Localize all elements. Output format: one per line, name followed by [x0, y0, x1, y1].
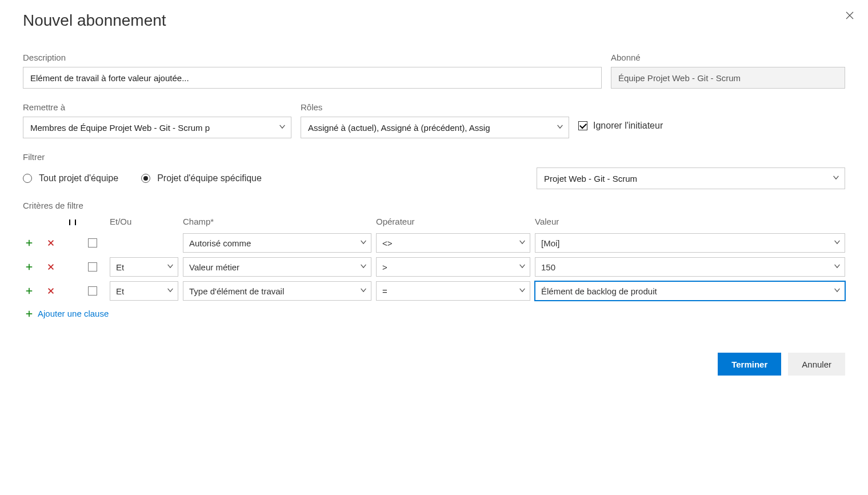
subscriber-label: Abonné [611, 53, 845, 62]
operator-select[interactable]: > [376, 257, 530, 277]
andor-select[interactable]: Et [110, 281, 178, 301]
row-checkbox[interactable] [88, 238, 97, 248]
chevron-down-icon [518, 286, 526, 296]
description-input[interactable]: Elément de travail à forte valeur ajouté… [23, 67, 602, 89]
andor-select[interactable]: Et [110, 257, 178, 277]
filter-specific-radio[interactable]: Projet d'équipe spécifique [141, 173, 262, 183]
remove-row-button[interactable] [45, 237, 57, 249]
add-clause-button[interactable]: Ajouter une clause [25, 309, 845, 318]
value-select[interactable]: Élément de backlog de produit [535, 281, 845, 301]
operator-select[interactable]: <> [376, 233, 530, 253]
field-select[interactable]: Type d'élément de travail [183, 281, 371, 301]
chevron-down-icon [278, 123, 286, 133]
ignore-initiator-label: Ignorer l'initiateur [593, 121, 663, 131]
chevron-down-icon [833, 262, 841, 272]
chevron-down-icon [556, 123, 564, 133]
remove-row-button[interactable] [45, 261, 57, 273]
field-header: Champ* [183, 217, 371, 229]
subscriber-input: Équipe Projet Web - Git - Scrum [611, 67, 845, 89]
chevron-down-icon [359, 286, 367, 296]
chevron-down-icon [359, 238, 367, 248]
row-checkbox[interactable] [88, 286, 97, 296]
ignore-initiator-checkbox[interactable] [578, 121, 587, 130]
dialog-title: Nouvel abonnement [23, 11, 845, 30]
group-clauses-icon [66, 216, 79, 229]
remove-row-button[interactable] [45, 285, 57, 297]
andor-header: Et/Ou [110, 217, 178, 229]
radio-icon [23, 174, 32, 183]
operator-select[interactable]: = [376, 281, 530, 301]
add-row-button[interactable] [23, 285, 35, 297]
deliver-to-label: Remettre à [23, 102, 291, 112]
chevron-down-icon [359, 262, 367, 272]
cancel-button[interactable]: Annuler [788, 353, 845, 376]
description-label: Description [23, 53, 602, 62]
dialog-buttons: Terminer Annuler [23, 353, 845, 376]
chevron-down-icon [833, 238, 841, 248]
radio-icon [141, 174, 150, 183]
field-select[interactable]: Autorisé comme [183, 233, 371, 253]
chevron-down-icon [518, 238, 526, 248]
filter-criteria-grid: Et/Ou Champ* Opérateur Valeur Autorisé c… [23, 216, 845, 301]
chevron-down-icon [166, 262, 174, 272]
add-row-button[interactable] [23, 261, 35, 273]
add-row-button[interactable] [23, 237, 35, 249]
deliver-to-select[interactable]: Membres de Équipe Projet Web - Git - Scr… [23, 117, 291, 138]
filter-label: Filtrer [23, 152, 845, 162]
field-select[interactable]: Valeur métier [183, 257, 371, 277]
value-header: Valeur [535, 217, 845, 229]
chevron-down-icon [518, 262, 526, 272]
close-button[interactable] [843, 9, 857, 22]
finish-button[interactable]: Terminer [718, 353, 781, 376]
row-checkbox[interactable] [88, 262, 97, 272]
chevron-down-icon [832, 174, 840, 183]
roles-label: Rôles [301, 102, 569, 112]
project-select[interactable]: Projet Web - Git - Scrum [537, 167, 845, 189]
chevron-down-icon [166, 286, 174, 296]
new-subscription-dialog: Nouvel abonnement Description Elément de… [23, 11, 845, 376]
chevron-down-icon [833, 286, 841, 296]
value-select[interactable]: 150 [535, 257, 845, 277]
filter-all-radio[interactable]: Tout projet d'équipe [23, 173, 118, 183]
value-select[interactable]: [Moi] [535, 233, 845, 253]
roles-select[interactable]: Assigné à (actuel), Assigné à (précédent… [301, 117, 569, 138]
filter-criteria-label: Critères de filtre [23, 201, 845, 210]
operator-header: Opérateur [376, 217, 530, 229]
